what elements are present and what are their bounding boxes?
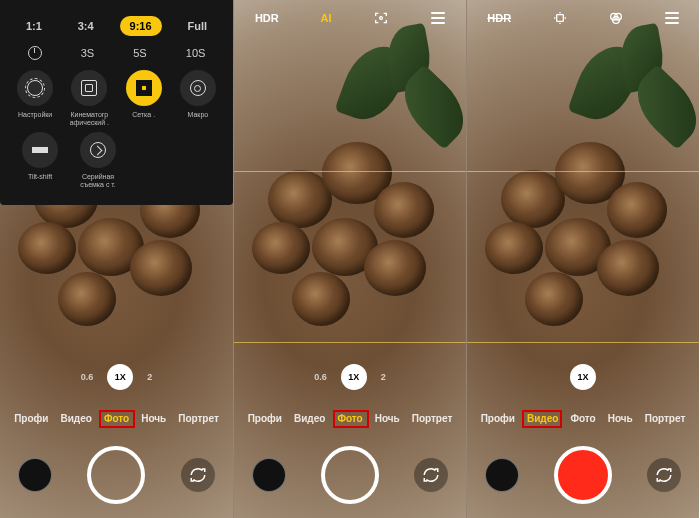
mode-video[interactable]: Видео — [527, 413, 558, 424]
mode-portrait[interactable]: Портрет — [645, 413, 686, 424]
menu-icon[interactable] — [665, 12, 679, 24]
top-bar: HDR — [467, 10, 699, 26]
mode-portrait[interactable]: Портрет — [412, 413, 453, 424]
top-bar: HDR AI — [234, 10, 466, 26]
zoom-1x[interactable]: 1X — [570, 364, 596, 390]
mode-photo[interactable]: Фото — [570, 413, 595, 424]
tile-tiltshift[interactable]: Tilt-shift — [14, 132, 66, 188]
zoom-0-6[interactable]: 0.6 — [81, 372, 94, 382]
aspect-ratio-row: 1:1 3:4 9:16 Full — [8, 16, 225, 36]
gallery-thumbnail[interactable] — [485, 458, 519, 492]
tile-label: Tilt-shift — [28, 173, 52, 181]
timer-5s[interactable]: 5S — [133, 47, 146, 59]
camera-settings-panel: 1:1 3:4 9:16 Full 3S 5S 10S Настройки Ки… — [0, 0, 233, 205]
tile-label: Серийная съемка с т. — [72, 173, 124, 188]
bottom-bar — [467, 446, 699, 504]
shutter-button[interactable] — [87, 446, 145, 504]
mode-video[interactable]: Видео — [294, 413, 325, 424]
tile-label: Настройки — [18, 111, 52, 119]
switch-camera-button[interactable] — [414, 458, 448, 492]
mode-photo[interactable]: Фото — [337, 413, 362, 424]
mode-photo[interactable]: Фото — [104, 413, 129, 424]
svg-rect-1 — [556, 15, 563, 22]
bottom-bar — [0, 446, 233, 504]
viewfinder — [234, 0, 466, 518]
focus-icon[interactable] — [373, 10, 389, 26]
viewfinder — [467, 0, 699, 518]
mode-strip[interactable]: Профи Видео Фото Ночь Портрет — [234, 413, 466, 424]
tile-label: Макро — [188, 111, 209, 119]
zoom-strip: 1X — [467, 364, 699, 390]
screen-photo: HDR AI 0.6 1X 2 Профи Видео Фото Ночь По… — [233, 0, 466, 518]
aspect-3-4[interactable]: 3:4 — [68, 16, 104, 36]
mode-strip[interactable]: Профи Видео Фото Ночь Портрет — [0, 413, 233, 424]
timer-10s[interactable]: 10S — [186, 47, 206, 59]
gallery-thumbnail[interactable] — [252, 458, 286, 492]
mode-portrait[interactable]: Портрет — [178, 413, 219, 424]
aspect-9-16[interactable]: 9:16 — [120, 16, 162, 36]
ai-toggle[interactable]: AI — [321, 12, 332, 24]
menu-icon[interactable] — [431, 12, 445, 24]
zoom-strip: 0.6 1X 2 — [234, 364, 466, 390]
tile-burst[interactable]: Серийная съемка с т. — [72, 132, 124, 188]
zoom-1x[interactable]: 1X — [341, 364, 367, 390]
aspect-full[interactable]: Full — [177, 16, 217, 36]
tile-grid[interactable]: Сетка . — [118, 70, 170, 126]
tiles-row-2: Tilt-shift Серийная съемка с т. — [8, 132, 225, 188]
tile-label: Сетка . — [132, 111, 155, 119]
timer-row: 3S 5S 10S — [8, 46, 225, 60]
flower-icon — [190, 80, 206, 96]
zoom-strip: 0.6 1X 2 — [0, 364, 233, 390]
mode-strip[interactable]: Профи Видео Фото Ночь Портрет — [467, 413, 699, 424]
screen-settings: 1:1 3:4 9:16 Full 3S 5S 10S Настройки Ки… — [0, 0, 233, 518]
switch-camera-button[interactable] — [181, 458, 215, 492]
mode-pro[interactable]: Профи — [248, 413, 282, 424]
timer-3s[interactable]: 3S — [81, 47, 94, 59]
svg-point-0 — [380, 17, 383, 20]
record-button[interactable] — [554, 446, 612, 504]
zoom-2[interactable]: 2 — [147, 372, 152, 382]
zoom-2[interactable]: 2 — [381, 372, 386, 382]
timer-icon — [28, 46, 42, 60]
mode-pro[interactable]: Профи — [14, 413, 48, 424]
hdr-toggle[interactable]: HDR — [487, 12, 511, 24]
hdr-toggle[interactable]: HDR — [255, 12, 279, 24]
tilt-icon — [32, 143, 48, 157]
mode-night[interactable]: Ночь — [608, 413, 633, 424]
tile-settings[interactable]: Настройки — [9, 70, 61, 126]
gallery-thumbnail[interactable] — [18, 458, 52, 492]
filters-icon[interactable] — [608, 10, 624, 26]
bottom-bar — [234, 446, 466, 504]
tile-macro[interactable]: Макро — [172, 70, 224, 126]
tile-cinematic[interactable]: Кинематогр афический . — [63, 70, 115, 126]
frame-icon — [81, 80, 97, 96]
mode-video[interactable]: Видео — [60, 413, 91, 424]
zoom-1x[interactable]: 1X — [107, 364, 133, 390]
mode-night[interactable]: Ночь — [375, 413, 400, 424]
zoom-0-6[interactable]: 0.6 — [314, 372, 327, 382]
gear-icon — [27, 80, 43, 96]
shutter-button[interactable] — [321, 446, 379, 504]
tiles-row-1: Настройки Кинематогр афический . Сетка .… — [8, 70, 225, 126]
burst-icon — [90, 142, 106, 158]
stabilize-icon[interactable] — [552, 10, 568, 26]
grid-icon — [136, 80, 152, 96]
mode-pro[interactable]: Профи — [481, 413, 515, 424]
switch-camera-button[interactable] — [647, 458, 681, 492]
tile-label: Кинематогр афический . — [63, 111, 115, 126]
screen-video: HDR 1X Профи Видео Фото Ночь Портрет — [466, 0, 699, 518]
mode-night[interactable]: Ночь — [141, 413, 166, 424]
aspect-1-1[interactable]: 1:1 — [16, 16, 52, 36]
